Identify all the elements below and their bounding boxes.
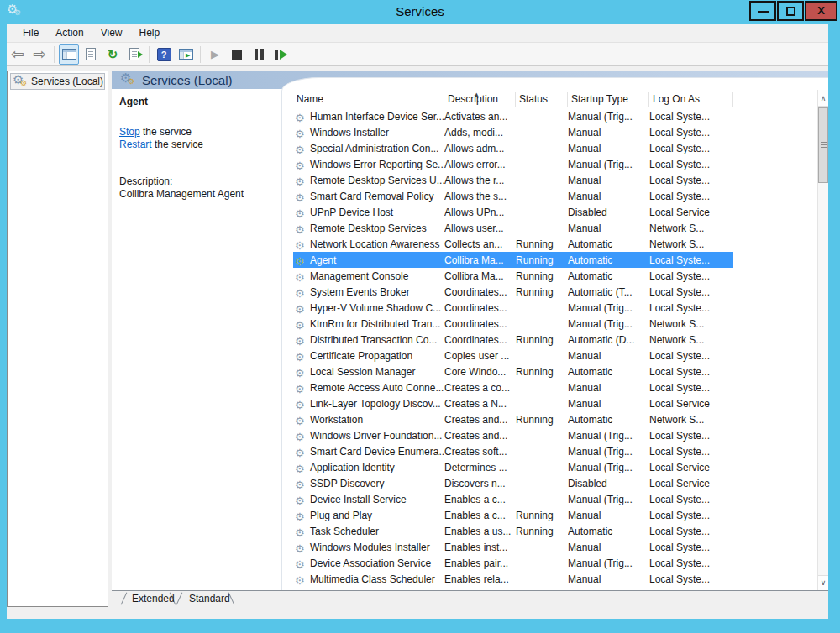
pause-service-icon[interactable] — [249, 44, 269, 65]
service-logon-as: Local Syste... — [649, 191, 733, 202]
scroll-up-icon[interactable]: ∧ — [818, 90, 828, 107]
refresh-icon[interactable]: ↻ — [102, 44, 123, 65]
table-row[interactable]: ⚙System Events BrokerCoordinates...Runni… — [293, 284, 733, 300]
service-description: Enables inst... — [444, 541, 516, 553]
tab-extended[interactable]: Extended — [132, 593, 175, 604]
menu-view[interactable]: View — [93, 25, 130, 40]
table-row[interactable]: ⚙KtmRm for Distributed Tran...Coordinate… — [293, 316, 733, 332]
export-list-icon[interactable] — [124, 44, 144, 65]
table-row[interactable]: ⚙Remote Desktop Services U...Allows the … — [293, 172, 733, 188]
table-row[interactable]: ⚙Smart Card Removal PolicyAllows the s..… — [293, 188, 733, 204]
table-row[interactable]: ⚙Application IdentityDetermines ...Manua… — [293, 459, 733, 475]
stop-service-icon[interactable] — [227, 44, 247, 65]
table-row[interactable]: ⚙Windows Error Reporting Se...Allows err… — [293, 156, 733, 172]
table-row[interactable]: ⚙Windows Driver Foundation...Creates and… — [293, 427, 733, 443]
show-console-tree-icon[interactable] — [59, 44, 79, 65]
title-bar: ⚙⚙ Services X — [0, 0, 840, 24]
service-gear-icon: ⚙ — [295, 270, 305, 282]
table-row[interactable]: ⚙Certificate PropagationCopies user ...M… — [293, 348, 733, 364]
menu-help[interactable]: Help — [132, 25, 168, 40]
show-action-pane-icon[interactable]: ▶ — [176, 44, 196, 65]
maximize-button[interactable] — [777, 1, 804, 21]
service-startup-type: Automatic — [568, 238, 649, 250]
service-logon-as: Local Syste... — [649, 382, 733, 394]
stop-service-link[interactable]: Stop — [119, 126, 140, 138]
service-logon-as: Local Syste... — [649, 111, 733, 123]
properties-icon[interactable] — [81, 44, 101, 65]
tab-standard[interactable]: Standard — [189, 593, 230, 604]
service-description: Coordinates... — [444, 286, 516, 298]
service-logon-as: Local Service — [649, 398, 733, 410]
column-header-description[interactable]: Description▴ — [444, 92, 516, 107]
service-gear-icon: ⚙ — [295, 446, 305, 458]
column-header-name[interactable]: Name — [293, 92, 444, 107]
service-gear-icon: ⚙ — [295, 286, 305, 298]
scroll-down-icon[interactable]: ∨ — [818, 575, 828, 590]
service-status: Running — [516, 254, 568, 266]
table-row[interactable]: ⚙Remote Desktop ServicesAllows user...Ma… — [293, 220, 733, 236]
column-header-startup-type[interactable]: Startup Type — [568, 92, 649, 107]
service-description: Allows user... — [444, 222, 516, 234]
column-header-logon-as[interactable]: Log On As — [649, 92, 733, 107]
table-row[interactable]: ⚙Local Session ManagerCore Windo...Runni… — [293, 364, 733, 379]
table-row[interactable]: ⚙Windows InstallerAdds, modi...ManualLoc… — [293, 124, 733, 140]
table-row[interactable]: ⚙Network Location AwarenessCollects an..… — [293, 236, 733, 252]
service-startup-type: Manual (Trig... — [568, 318, 649, 330]
restart-service-line: Restart the service — [119, 139, 203, 150]
table-row-partial[interactable]: ⚙ — [293, 587, 817, 589]
table-row[interactable]: ⚙SSDP DiscoveryDiscovers n...DisabledLoc… — [293, 475, 733, 491]
table-row[interactable]: ⚙Special Administration Con...Allows adm… — [293, 140, 733, 156]
forward-icon[interactable]: ⇨ — [29, 44, 50, 65]
service-gear-icon: ⚙ — [295, 462, 305, 473]
table-row[interactable]: ⚙AgentCollibra Ma...RunningAutomaticLoca… — [293, 252, 733, 268]
table-row[interactable]: ⚙WorkstationCreates and...RunningAutomat… — [293, 411, 733, 427]
table-row[interactable]: ⚙Plug and PlayEnables a c...RunningManua… — [293, 507, 733, 523]
service-status: Running — [516, 526, 568, 537]
table-row[interactable]: ⚙Link-Layer Topology Discov...Creates a … — [293, 395, 733, 411]
table-row[interactable]: ⚙Multimedia Class SchedulerEnables rela.… — [293, 571, 733, 587]
table-row[interactable]: ⚙Smart Card Device Enumera...Creates sof… — [293, 443, 733, 459]
service-description: Adds, modi... — [444, 127, 516, 139]
scrollbar-thumb[interactable] — [818, 107, 828, 183]
table-row[interactable]: ⚙UPnP Device HostAllows UPn...DisabledLo… — [293, 204, 733, 220]
start-service-icon[interactable]: ▶ — [205, 44, 225, 65]
table-row[interactable]: ⚙Remote Access Auto Conne...Creates a co… — [293, 379, 733, 395]
restart-service-link[interactable]: Restart — [119, 139, 152, 150]
service-startup-type: Disabled — [568, 207, 649, 218]
table-row[interactable]: ⚙Device Association ServiceEnables pair.… — [293, 555, 733, 571]
service-gear-icon: ⚙ — [295, 159, 305, 170]
service-logon-as: Local Syste... — [649, 270, 733, 282]
minimize-button[interactable] — [749, 1, 776, 21]
service-name: ⚙Windows Modules Installer — [293, 541, 444, 553]
column-header-status[interactable]: Status — [516, 92, 568, 107]
vertical-scrollbar[interactable]: ∧ ∨ — [817, 90, 828, 590]
service-gear-icon: ⚙ — [295, 111, 305, 123]
table-row[interactable]: ⚙Windows Modules InstallerEnables inst..… — [293, 539, 733, 555]
menu-action[interactable]: Action — [48, 25, 91, 40]
table-row[interactable]: ⚙Task SchedulerEnables a us...RunningAut… — [293, 523, 733, 539]
service-logon-as: Local Syste... — [649, 127, 733, 139]
description-label: Description: — [119, 175, 172, 187]
help-icon[interactable]: ? — [154, 44, 174, 65]
menu-file[interactable]: File — [15, 25, 46, 40]
table-row[interactable]: ⚙Distributed Transaction Co...Coordinate… — [293, 332, 733, 348]
service-description: Enables a us... — [444, 526, 516, 537]
window-client-area: File Action View Help ⇦ ⇨ ↻ ? ▶ ▶ ⚙⚙ — [7, 24, 828, 619]
view-tabs-bar: Extended Standard — [112, 590, 828, 607]
maximize-icon — [786, 7, 795, 16]
service-name: ⚙Task Scheduler — [293, 526, 444, 537]
table-row[interactable]: ⚙Management ConsoleCollibra Ma...Running… — [293, 268, 733, 284]
service-description: Core Windo... — [444, 366, 516, 378]
table-row[interactable]: ⚙Hyper-V Volume Shadow C...Coordinates..… — [293, 300, 733, 316]
table-row[interactable]: ⚙Human Interface Device Ser...Activates … — [293, 108, 733, 124]
restart-service-icon[interactable] — [270, 44, 291, 65]
close-button[interactable]: X — [805, 1, 837, 21]
back-icon[interactable]: ⇦ — [8, 44, 28, 65]
service-name: ⚙Management Console — [293, 270, 444, 282]
table-row[interactable]: ⚙Device Install ServiceEnables a c...Man… — [293, 491, 733, 507]
service-description: Collibra Ma... — [444, 270, 516, 282]
service-gear-icon: ⚙ — [295, 302, 305, 314]
tree-item-services-local[interactable]: ⚙⚙ Services (Local) — [10, 73, 105, 90]
service-gear-icon: ⚙ — [295, 175, 305, 186]
service-description: Allows adm... — [444, 143, 516, 154]
